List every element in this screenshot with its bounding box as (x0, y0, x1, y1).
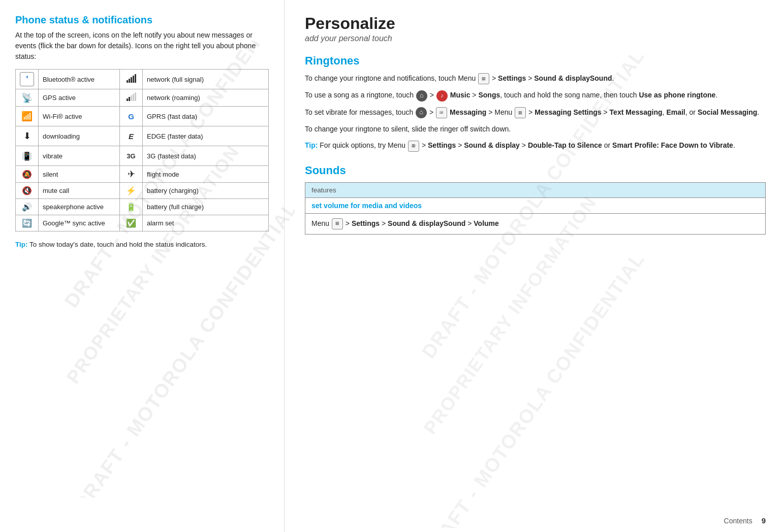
sound-display-bold-sounds: Sound & displaySound (388, 219, 465, 227)
sounds-feature-row: set volume for media and videos (305, 197, 766, 213)
mute-icon: 🔇 (22, 186, 32, 195)
table-row: 📶 Wi-Fi® active G GPRS (fast data) (16, 107, 269, 126)
label-silent: silent (39, 166, 120, 183)
label-speakerphone: speakerphone active (39, 199, 120, 215)
sounds-header-row: features (305, 182, 766, 197)
volume-bold: Volume (474, 219, 499, 227)
status-table: ʿ️ Bluetooth® active network (full signa… (15, 69, 269, 231)
icon-battery-charging: ⚡ (120, 183, 143, 199)
battery-full-icon: 🔋 (126, 203, 136, 211)
table-row: ⬇ downloading E EDGE (faster data) (16, 126, 269, 146)
ringtones-para4: To change your ringtone to silent, slide… (305, 123, 766, 135)
signal-full-icon (127, 74, 136, 83)
battery-charging-icon: ⚡ (126, 186, 136, 195)
icon-cell: 🔇 (16, 183, 39, 199)
home-icon-2: ⌂ (416, 107, 427, 118)
sounds-desc: Menu ⊞ > Settings > Sound & displaySound… (305, 213, 766, 234)
icon-3g: 3G (120, 146, 143, 166)
bluetooth-icon: ʿ️ (20, 72, 34, 86)
social-messaging-bold: Social Messaging (698, 108, 757, 116)
label-battery-charging: battery (charging) (143, 183, 269, 199)
table-row: 📳 vibrate 3G 3G (fastest data) (16, 146, 269, 166)
icon-cell: ʿ️ (16, 70, 39, 89)
settings-bold-1: Settings (498, 74, 526, 82)
label-edge: EDGE (faster data) (143, 126, 269, 146)
sound-display-bold-1: Sound & displaySound (534, 74, 612, 82)
icon-signal-roaming (120, 89, 143, 107)
menu-icon-sounds: ⊞ (332, 218, 343, 229)
label-battery-full: battery (full charge) (143, 199, 269, 215)
intro-text: At the top of the screen, icons on the l… (15, 30, 269, 62)
icon-edge: E (120, 126, 143, 146)
sync-icon: 🔄 (22, 219, 32, 227)
sounds-table-header: features (305, 182, 766, 197)
sounds-table: features set volume for media and videos… (305, 182, 766, 235)
vibrate-icon: 📳 (22, 152, 32, 160)
label-alarm: alarm set (143, 215, 269, 231)
messaging-settings-bold: Messaging Settings (535, 108, 601, 116)
page-footer: Contents 9 (724, 516, 766, 525)
3g-letter-icon: 3G (124, 149, 138, 163)
settings-bold-sounds: Settings (352, 219, 380, 227)
label-flight: flight mode (143, 166, 269, 183)
icon-cell: 🔄 (16, 215, 39, 231)
gps-icon: 📡 (21, 93, 33, 103)
menu-icon-3: ⊞ (408, 141, 419, 152)
page-container: Phone status & notifications At the top … (0, 0, 784, 532)
music-bold: Music (450, 91, 471, 99)
sounds-desc-row: Menu ⊞ > Settings > Sound & displaySound… (305, 213, 766, 234)
text-messaging-bold: Text Messaging (610, 108, 663, 116)
silent-icon: 🔕 (22, 170, 32, 179)
personalize-subtitle: add your personal touch (305, 34, 766, 43)
icon-cell: ⬇ (16, 126, 39, 146)
icon-flight: ✈ (120, 166, 143, 183)
ringtones-para1: To change your ringtone and notification… (305, 73, 766, 84)
icon-cell: 📳 (16, 146, 39, 166)
alarm-icon: ✅ (126, 219, 136, 227)
tip-label: Tip: (15, 241, 28, 248)
menu-icon-1: ⊞ (478, 73, 489, 84)
sounds-feature-label: set volume for media and videos (305, 197, 766, 213)
table-row: 📡 GPS active network (roaming) (16, 89, 269, 107)
gprs-letter-icon: G (124, 109, 138, 123)
table-row: 🔊 speakerphone active 🔋 battery (full ch… (16, 199, 269, 215)
personalize-heading: Personalize (305, 14, 766, 33)
speakerphone-icon: 🔊 (22, 203, 32, 211)
smart-profile-bold: Smart Profile: Face Down to Vibrate (612, 141, 733, 149)
table-row: ʿ️ Bluetooth® active network (full signa… (16, 70, 269, 89)
sounds-heading: Sounds (305, 164, 766, 177)
table-row: 🔇 mute call ⚡ battery (charging) (16, 183, 269, 199)
icon-cell: 🔕 (16, 166, 39, 183)
flight-mode-icon: ✈ (128, 169, 135, 179)
ringtones-para2: To use a song as a ringtone, touch ⌂ > ♪… (305, 89, 766, 101)
icon-alarm: ✅ (120, 215, 143, 231)
sound-display-bold-tip: Sound & display (464, 141, 520, 149)
label-gprs: GPRS (fast data) (143, 107, 269, 126)
left-heading: Phone status & notifications (15, 14, 269, 26)
music-icon: ♪ (436, 90, 448, 102)
label-mute: mute call (39, 183, 120, 199)
label-3g: 3G (fastest data) (143, 146, 269, 166)
left-column: Phone status & notifications At the top … (0, 0, 285, 532)
label-bluetooth: Bluetooth® active (39, 70, 120, 89)
ringtones-para3: To set vibrate for messages, touch ⌂ > ✉… (305, 107, 766, 118)
table-row: 🔄 Google™ sync active ✅ alarm set (16, 215, 269, 231)
tip-body: To show today's date, touch and hold the… (28, 241, 207, 248)
label-sync: Google™ sync active (39, 215, 120, 231)
ringtones-heading: Ringtones (305, 54, 766, 68)
label-roaming: network (roaming) (143, 89, 269, 107)
home-icon: ⌂ (416, 90, 427, 102)
wifi-icon: 📶 (21, 111, 33, 121)
left-tip: Tip: To show today's date, touch and hol… (15, 240, 269, 250)
settings-bold-tip: Settings (428, 141, 456, 149)
icon-cell: 📡 (16, 89, 39, 107)
label-vibrate: vibrate (39, 146, 120, 166)
right-column: Personalize add your personal touch Ring… (285, 0, 784, 532)
download-icon: ⬇ (23, 131, 31, 141)
email-bold: Email (666, 108, 685, 116)
use-as-ringtone-bold: Use as phone ringtone (639, 91, 715, 99)
tip-label-right: Tip: (305, 141, 318, 149)
icon-gprs: G (120, 107, 143, 126)
table-row: 🔕 silent ✈ flight mode (16, 166, 269, 183)
page-number: 9 (762, 516, 766, 525)
